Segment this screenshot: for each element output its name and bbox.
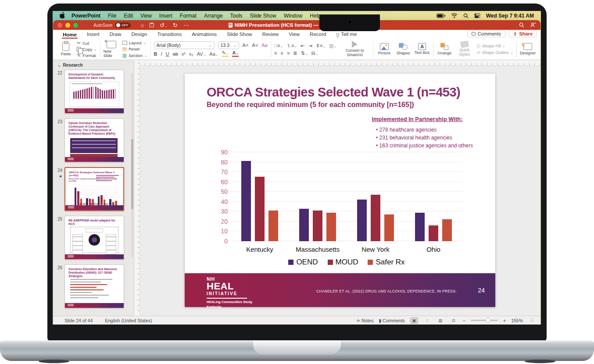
zoom-slider-knob[interactable] bbox=[486, 318, 490, 323]
slide-subtitle[interactable]: Beyond the required minimum (5 for each … bbox=[207, 101, 479, 109]
menu-item-powerpoint[interactable]: PowerPoint bbox=[72, 13, 100, 19]
align-text-button[interactable]: ⊟⌄ bbox=[311, 50, 318, 56]
apple-icon[interactable] bbox=[60, 12, 65, 18]
bar-chart[interactable]: 0102030405060708090 KentuckyMassachusett… bbox=[211, 149, 474, 276]
menu-item-file[interactable]: File bbox=[108, 13, 116, 19]
underline-button[interactable]: U bbox=[166, 51, 169, 57]
quick-styles-button[interactable]: Quick Styles bbox=[455, 41, 474, 57]
bar-oend-ohio[interactable] bbox=[415, 213, 425, 241]
shape-outline-button[interactable]: ▱Shape Outline ⌄ bbox=[477, 50, 513, 55]
superscript-button[interactable]: x² bbox=[182, 51, 186, 57]
tab-view[interactable]: View bbox=[288, 31, 301, 39]
reading-view-button[interactable]: ▤ bbox=[437, 318, 444, 324]
convert-smartart-button[interactable]: Convert to SmartArt bbox=[340, 41, 370, 57]
undo-icon[interactable]: ↺⌄ bbox=[160, 22, 167, 29]
new-slide-button[interactable]: New Slide bbox=[104, 41, 119, 58]
bar-safer-rx-massachusetts[interactable] bbox=[326, 213, 336, 241]
search-icon[interactable] bbox=[519, 22, 524, 28]
justify-button[interactable]: ≣ bbox=[293, 50, 297, 56]
clear-formatting-button[interactable]: A⌀ bbox=[261, 43, 268, 48]
bar-moud-new-york[interactable] bbox=[371, 195, 380, 241]
partnership-text-box[interactable]: Implemented In Partnership With: 278 hea… bbox=[360, 116, 474, 150]
text-direction-button[interactable]: ⇅⌄ bbox=[301, 50, 308, 56]
tab-design[interactable]: Design bbox=[131, 31, 148, 39]
normal-view-button[interactable]: ▣ bbox=[410, 318, 418, 324]
strikethrough-button[interactable]: ab bbox=[173, 51, 178, 57]
copy-button[interactable]: Copy ⌄ bbox=[77, 47, 97, 52]
cut-button[interactable]: ✂Cut bbox=[77, 40, 97, 46]
slide-24[interactable]: ORCCA Strategies Selected Wave 1 (n=453)… bbox=[185, 74, 495, 307]
tab-transitions[interactable]: Transitions bbox=[156, 31, 182, 39]
tell-me-button[interactable]: Tell me bbox=[335, 31, 358, 39]
bar-oend-kentucky[interactable] bbox=[241, 161, 251, 241]
legend-item-moud[interactable]: MOUD bbox=[328, 258, 358, 267]
bullets-button[interactable]: ∷≡⌄ bbox=[274, 43, 283, 49]
language-selector[interactable]: English (United States) bbox=[105, 318, 152, 323]
decrease-indent-button[interactable]: ⇤ bbox=[301, 43, 304, 49]
line-spacing-button[interactable]: ⇕≡⌄ bbox=[316, 43, 326, 49]
menu-item-arrange[interactable]: Arrange bbox=[204, 13, 223, 19]
menu-item-view[interactable]: View bbox=[140, 13, 152, 19]
zoom-in-button[interactable]: + bbox=[503, 318, 506, 323]
bar-moud-kentucky[interactable] bbox=[255, 177, 265, 241]
zoom-out-button[interactable]: − bbox=[463, 318, 465, 323]
tab-review[interactable]: Review bbox=[261, 31, 280, 39]
italic-button[interactable]: I bbox=[161, 51, 162, 57]
columns-button[interactable]: ▥⌄ bbox=[329, 43, 336, 49]
slideshow-view-button[interactable]: ⊡ bbox=[450, 318, 458, 324]
tab-draw[interactable]: Draw bbox=[109, 31, 122, 39]
zoom-percentage[interactable]: 155% bbox=[511, 318, 523, 323]
arrange-button[interactable]: Arrange bbox=[437, 43, 452, 55]
zoom-window-button[interactable] bbox=[73, 23, 78, 28]
close-window-button[interactable] bbox=[57, 23, 62, 28]
menu-item-tools[interactable]: Tools bbox=[230, 13, 243, 19]
legend-item-safer-rx[interactable]: Safer Rx bbox=[368, 258, 404, 267]
slide-24-thumbnail-selected[interactable]: ORCCA Strategies Selected Wave 1 (n=453)… bbox=[64, 167, 124, 211]
legend-item-oend[interactable]: OEND bbox=[288, 258, 318, 267]
tab-slide-show[interactable]: Slide Show bbox=[226, 31, 253, 39]
minimize-window-button[interactable] bbox=[65, 23, 70, 28]
align-left-button[interactable]: ≡ bbox=[274, 50, 277, 56]
fit-to-window-button[interactable]: ⛶ bbox=[528, 318, 536, 324]
notes-toggle[interactable]: ≐ Notes bbox=[356, 318, 373, 323]
comments-button[interactable]: Comments bbox=[467, 30, 505, 37]
subscript-button[interactable]: x₂ bbox=[189, 51, 193, 57]
slide-25-thumbnail[interactable]: RE-AIM/PRISM model adapted for HCS bbox=[64, 216, 124, 260]
increase-indent-button[interactable]: ⇥ bbox=[308, 43, 312, 49]
change-case-button[interactable]: Aa⌄ bbox=[209, 51, 218, 57]
menu-item-window[interactable]: Window bbox=[284, 13, 303, 19]
spotlight-search-icon[interactable] bbox=[463, 13, 469, 18]
font-color-button[interactable]: A⌄ bbox=[232, 50, 239, 57]
slide-22-thumbnail[interactable]: Development of Dynamic Dashboards for Ea… bbox=[64, 70, 124, 114]
home-icon[interactable]: ⌂ bbox=[140, 22, 144, 29]
sidebar-scrollbar-thumb[interactable] bbox=[131, 139, 133, 209]
autosave-toggle[interactable]: AutoSave OFF bbox=[93, 22, 131, 28]
tab-animations[interactable]: Animations bbox=[191, 31, 218, 39]
bar-moud-ohio[interactable] bbox=[429, 225, 438, 241]
font-name-select[interactable]: Arial (Body)⌄ bbox=[154, 41, 215, 49]
slide-26-thumbnail[interactable]: Overdose Education and Naloxone Distribu… bbox=[64, 264, 124, 308]
bar-oend-new-york[interactable] bbox=[357, 200, 367, 241]
align-center-button[interactable]: ≡ bbox=[280, 50, 283, 56]
increase-font-button[interactable]: A˄ bbox=[243, 43, 249, 48]
section-header[interactable]: ⌄Research bbox=[53, 61, 134, 70]
tab-insert[interactable]: Insert bbox=[86, 31, 100, 39]
share-button[interactable]: ⇧Share bbox=[509, 30, 537, 37]
align-right-button[interactable]: ≡ bbox=[287, 50, 290, 56]
bar-moud-massachusetts[interactable] bbox=[313, 211, 322, 241]
redo-icon[interactable]: ↻ bbox=[173, 22, 178, 29]
shape-fill-button[interactable]: ◇Shape Fill ⌄ bbox=[477, 43, 513, 49]
tab-home[interactable]: Home bbox=[62, 31, 78, 39]
character-spacing-button[interactable]: AV⌄ bbox=[197, 51, 206, 57]
paste-button[interactable]: Paste bbox=[58, 42, 74, 56]
contact-share-icon[interactable] bbox=[530, 22, 536, 28]
bar-oend-massachusetts[interactable] bbox=[299, 209, 309, 241]
bar-safer-rx-new-york[interactable] bbox=[384, 214, 394, 241]
zoom-slider[interactable] bbox=[471, 320, 498, 321]
bar-safer-rx-kentucky[interactable] bbox=[268, 211, 278, 241]
bar-safer-rx-ohio[interactable] bbox=[442, 219, 452, 241]
designer-button[interactable]: Designer bbox=[520, 43, 536, 55]
text-box-button[interactable]: AText Box bbox=[414, 43, 430, 55]
menu-item-edit[interactable]: Edit bbox=[124, 13, 133, 19]
slide-title[interactable]: ORCCA Strategies Selected Wave 1 (n=453) bbox=[207, 85, 479, 100]
